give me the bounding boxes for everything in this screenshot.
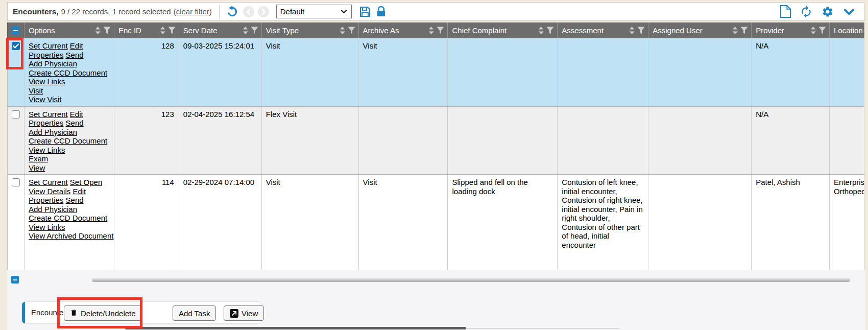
- filter-funnel-icon[interactable]: [251, 27, 258, 34]
- collapse-panel-icon[interactable]: [11, 276, 19, 284]
- undo-icon[interactable]: [227, 5, 239, 18]
- row-option-link[interactable]: Properties: [29, 119, 63, 127]
- view-select[interactable]: Default: [276, 5, 352, 18]
- row-option-link[interactable]: View Visit: [29, 95, 61, 104]
- row-option-link[interactable]: Properties: [29, 196, 63, 204]
- row-option-link[interactable]: View Archived Document: [29, 231, 113, 240]
- column-label: Assigned User: [653, 26, 703, 35]
- cell-visit-type: Visit: [262, 175, 359, 270]
- row-select-cell: [8, 175, 25, 270]
- delete-undelete-button[interactable]: Delete/Undelete: [64, 305, 142, 321]
- filter-funnel-icon[interactable]: [103, 27, 111, 34]
- filter-funnel-icon[interactable]: [168, 27, 176, 34]
- collapse-all-icon[interactable]: [12, 27, 19, 34]
- row-option-link[interactable]: Add Physician: [29, 59, 77, 68]
- encounter-action-panel: Encounter Delete/Undelete Add Task View: [21, 301, 261, 324]
- filter-funnel-icon[interactable]: [637, 27, 645, 34]
- clear-filter-link[interactable]: (clear filter): [174, 7, 212, 16]
- column-header-chief-complaint[interactable]: Chief Complaint: [448, 22, 558, 38]
- row-option-link[interactable]: Create CCD Document: [29, 136, 107, 145]
- cell-location: Enterpris Orthoped: [830, 175, 864, 270]
- sort-icon[interactable]: [160, 27, 165, 34]
- row-option-link[interactable]: View Details: [29, 187, 70, 196]
- sort-icon[interactable]: [428, 27, 434, 34]
- cell-serv-date: 09-03-2025 15:24:01: [179, 38, 262, 106]
- column-header-provider[interactable]: Provider: [752, 22, 830, 38]
- table-horizontal-scrollbar[interactable]: [92, 278, 850, 282]
- view-button[interactable]: View: [224, 305, 264, 321]
- column-label: Visit Type: [266, 26, 299, 35]
- cell-visit-type: Flex Visit: [262, 107, 359, 175]
- refresh-icon[interactable]: [800, 5, 813, 18]
- column-header-visit-type[interactable]: Visit Type: [262, 22, 359, 38]
- lock-icon[interactable]: [376, 6, 387, 18]
- sort-icon[interactable]: [629, 27, 635, 34]
- column-header-archive-as[interactable]: Archive As: [359, 22, 448, 38]
- toolbar-divider: [219, 5, 220, 18]
- row-checkbox[interactable]: [12, 178, 20, 186]
- settings-gear-icon[interactable]: [822, 6, 834, 18]
- encounters-page: Encounters, 9 / 22 records, 1 record sel…: [0, 0, 868, 330]
- table-row-enc-128: Set Current EditProperties SendAdd Physi…: [7, 38, 864, 107]
- row-option-link[interactable]: Visit: [29, 86, 43, 95]
- table-row-enc-114: Set Current Set OpenView Details EditPro…: [7, 175, 864, 271]
- cell-assigned-user: [648, 38, 752, 106]
- new-document-icon[interactable]: [780, 5, 791, 18]
- save-view-icon[interactable]: [359, 6, 371, 18]
- column-header-assessment[interactable]: Assessment: [558, 22, 648, 38]
- row-option-link[interactable]: View: [29, 163, 45, 172]
- row-option-link[interactable]: Send: [66, 119, 84, 127]
- row-option-link[interactable]: View Links: [29, 77, 65, 86]
- sort-icon[interactable]: [95, 27, 101, 34]
- cell-serv-date: 02-29-2024 07:14:00: [179, 175, 262, 270]
- row-option-link[interactable]: Edit: [70, 41, 83, 50]
- sort-icon[interactable]: [538, 27, 544, 34]
- column-header-location[interactable]: Location: [830, 22, 864, 38]
- table-row-enc-123: Set Current EditProperties SendAdd Physi…: [7, 107, 864, 175]
- row-checkbox[interactable]: [12, 42, 20, 50]
- filter-funnel-icon[interactable]: [740, 27, 748, 34]
- chevron-down-icon[interactable]: [842, 5, 856, 18]
- row-option-link[interactable]: View Links: [29, 223, 65, 231]
- row-option-link[interactable]: Create CCD Document: [29, 214, 107, 222]
- bottom-scrollbar-thumb[interactable]: [125, 327, 466, 329]
- toolbar: Encounters, 9 / 22 records, 1 record sel…: [7, 2, 864, 21]
- column-header-options[interactable]: Options: [25, 22, 114, 38]
- sort-icon[interactable]: [243, 27, 248, 34]
- cell-archive-as: Visit: [359, 38, 448, 106]
- row-option-link[interactable]: Set Open: [70, 178, 102, 186]
- row-option-link[interactable]: Set Current: [29, 110, 68, 119]
- row-option-link[interactable]: Exam: [29, 154, 48, 163]
- row-option-link[interactable]: Edit: [73, 187, 86, 196]
- column-header-assigned-user[interactable]: Assigned User: [648, 22, 752, 38]
- sort-icon[interactable]: [340, 27, 345, 34]
- row-option-link[interactable]: Properties: [29, 51, 63, 59]
- row-option-link[interactable]: Add Physician: [29, 128, 77, 136]
- cell-location: [830, 38, 864, 106]
- row-option-link[interactable]: Edit: [70, 110, 83, 119]
- column-header-serv-date[interactable]: Serv Date: [179, 22, 262, 38]
- row-option-link[interactable]: Set Current: [29, 41, 68, 50]
- sort-icon[interactable]: [732, 27, 738, 34]
- records-summary: 9 / 22 records, 1 record selected: [61, 7, 171, 16]
- prev-record-button[interactable]: [243, 6, 254, 17]
- row-option-link[interactable]: Set Current: [29, 178, 68, 186]
- panel-group-label: Encounter: [31, 308, 66, 317]
- row-option-link[interactable]: Send: [66, 196, 84, 204]
- filter-funnel-icon[interactable]: [818, 27, 826, 34]
- row-option-link[interactable]: Create CCD Document: [29, 68, 107, 77]
- delete-undelete-label: Delete/Undelete: [81, 309, 136, 318]
- column-label: Serv Date: [183, 26, 218, 35]
- filter-funnel-icon[interactable]: [348, 27, 355, 34]
- filter-funnel-icon[interactable]: [546, 27, 554, 34]
- column-header-enc-id[interactable]: Enc ID: [114, 22, 179, 38]
- row-option-link[interactable]: Send: [66, 51, 84, 59]
- next-record-button[interactable]: [258, 6, 269, 17]
- filter-funnel-icon[interactable]: [437, 27, 444, 34]
- row-option-link[interactable]: View Links: [29, 146, 65, 154]
- add-task-button[interactable]: Add Task: [173, 305, 216, 321]
- row-checkbox[interactable]: [12, 110, 20, 119]
- cell-enc-id: 128: [114, 38, 179, 106]
- row-option-link[interactable]: Add Physician: [29, 205, 77, 214]
- sort-icon[interactable]: [810, 27, 816, 34]
